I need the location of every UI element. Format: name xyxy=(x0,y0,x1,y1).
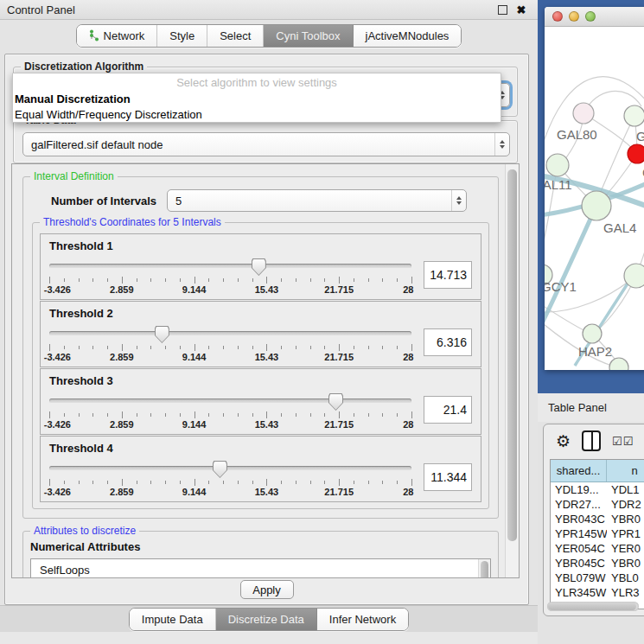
horizontal-scrollbar[interactable] xyxy=(547,602,639,611)
list-scrollbar[interactable] xyxy=(478,559,490,578)
tab-label: Style xyxy=(169,29,194,42)
network-node[interactable] xyxy=(609,358,628,370)
slider-thumb[interactable] xyxy=(213,461,227,478)
slider-thumb[interactable] xyxy=(155,326,169,343)
threshold-slider[interactable]: -3.4262.8599.14415.4321.71528 xyxy=(49,327,411,365)
slider-tick xyxy=(165,481,166,484)
horizontal-scrollbar-thumb[interactable] xyxy=(548,603,636,610)
slider-tick xyxy=(238,481,239,484)
table-column-header[interactable]: shared... xyxy=(551,460,607,481)
threshold-slider[interactable]: -3.4262.8599.14415.4321.71528 xyxy=(49,394,411,432)
slider-tick xyxy=(339,411,340,418)
split-columns-icon[interactable] xyxy=(582,430,601,451)
right-region: GAL80GACGAL11GAL4GCY1HHAP2 Table Panel ⚙… xyxy=(538,0,644,644)
threshold-value-field[interactable] xyxy=(424,261,472,289)
slider-tick-label: 21.715 xyxy=(324,284,354,295)
dropdown-item[interactable]: Manual Discretization xyxy=(13,91,501,106)
network-node[interactable] xyxy=(573,103,594,124)
slider-tick xyxy=(310,278,311,282)
network-node-label: GAL11 xyxy=(545,177,572,192)
slider-tick-label: 21.715 xyxy=(324,419,354,430)
network-edge[interactable] xyxy=(545,206,596,325)
apply-button[interactable]: Apply xyxy=(240,580,294,599)
table-cell: YPR145W xyxy=(551,526,607,541)
threshold-label: Threshold 1 xyxy=(49,239,474,252)
gear-icon[interactable]: ⚙ xyxy=(556,433,571,450)
table-row[interactable]: YLR345WYLR3 xyxy=(551,585,644,600)
mac-zoom-button[interactable] xyxy=(585,11,596,22)
slider-thumb[interactable] xyxy=(328,393,343,411)
slider-tick xyxy=(266,479,267,486)
float-icon xyxy=(498,5,507,15)
number-of-intervals-combobox[interactable]: 5 xyxy=(167,189,467,212)
slider-thumb[interactable] xyxy=(252,258,266,276)
vertical-scrollbar[interactable] xyxy=(505,164,519,577)
tab-style[interactable]: Style xyxy=(157,25,207,47)
table-row[interactable]: YDL19...YDL1 xyxy=(551,482,644,497)
slider-tick xyxy=(411,277,412,284)
tab-discretize-data[interactable]: Discretize Data xyxy=(216,609,317,630)
slider-track xyxy=(49,331,411,335)
table-cell: YDL19... xyxy=(551,482,607,497)
network-node[interactable] xyxy=(583,324,602,343)
threshold-label: Threshold 4 xyxy=(49,442,474,455)
mac-minimize-button[interactable] xyxy=(569,11,579,22)
tab-cyni-toolbox[interactable]: Cyni Toolbox xyxy=(264,25,353,47)
group-title: Threshold's Coordinates for 5 Intervals xyxy=(40,216,225,228)
slider-tick xyxy=(208,413,209,417)
slider-tick-label: 9.144 xyxy=(182,419,207,430)
network-canvas[interactable]: GAL80GACGAL11GAL4GCY1HHAP2 xyxy=(545,27,644,370)
close-panel-button[interactable]: ✖ xyxy=(512,3,531,16)
threshold-value-field[interactable] xyxy=(424,396,472,424)
threshold-row: -3.4262.8599.14415.4321.71528 xyxy=(48,462,474,500)
table-row[interactable]: YPR145WYPR1 xyxy=(551,526,644,541)
slider-tick xyxy=(281,346,282,349)
slider-tick xyxy=(238,346,239,349)
table-row[interactable]: YDR27...YDR2 xyxy=(551,497,644,512)
slider-tick xyxy=(354,346,354,349)
algorithm-dropdown-popup: Select algorithm to view settings Manual… xyxy=(12,73,501,123)
tab-infer-network[interactable]: Infer Network xyxy=(317,609,408,630)
slider-tick xyxy=(354,413,354,417)
thresholds-list: Threshold 1-3.4262.8599.14415.4321.71528… xyxy=(38,233,483,502)
tab-select[interactable]: Select xyxy=(207,25,264,47)
network-node[interactable] xyxy=(624,105,644,126)
table-data-combobox[interactable]: galFiltered.sif default node xyxy=(22,132,510,156)
network-node[interactable] xyxy=(546,154,569,176)
network-node[interactable] xyxy=(624,264,644,288)
tab-label: Network xyxy=(104,29,145,42)
network-graph[interactable]: GAL80GACGAL11GAL4GCY1HHAP2 xyxy=(545,27,644,370)
number-of-intervals-value: 5 xyxy=(168,194,451,207)
top-tab-control: NetworkStyleSelectCyni ToolboxjActiveMNo… xyxy=(76,24,462,48)
table-row[interactable]: YBR043CYBR0 xyxy=(551,512,644,526)
checkbox-icons[interactable]: ☑☑ xyxy=(612,436,634,447)
table-cell: YBR0 xyxy=(607,556,644,571)
table-row[interactable]: YER054CYER0 xyxy=(551,541,644,556)
bottom-tabbar: Impute DataDiscretize DataInfer Network xyxy=(0,605,538,632)
node-table[interactable]: shared...n YDL19...YDL1YDR27...YDR2YBR04… xyxy=(550,459,644,609)
threshold-slider[interactable]: -3.4262.8599.14415.4321.71528 xyxy=(49,259,411,297)
slider-tick-label: 2.859 xyxy=(110,284,134,295)
float-window-button[interactable] xyxy=(493,3,512,16)
vertical-scrollbar-thumb[interactable] xyxy=(507,169,517,541)
slider-tick xyxy=(382,278,383,282)
slider-tick-label: 2.859 xyxy=(110,419,134,430)
numerical-attributes-list[interactable]: SelfLoopsTopologicalCoefficientBetweenne… xyxy=(30,558,491,578)
dropdown-item[interactable]: Equal Width/Frequency Discretization xyxy=(13,106,501,122)
tab-network[interactable]: Network xyxy=(77,25,158,47)
network-node[interactable] xyxy=(628,144,644,163)
attribute-item[interactable]: SelfLoops xyxy=(31,562,490,578)
threshold-value-field[interactable] xyxy=(424,328,472,356)
table-row[interactable]: YBL079WYBL0 xyxy=(551,571,644,585)
table-column-header[interactable]: n xyxy=(607,460,644,481)
network-node[interactable] xyxy=(582,191,611,220)
table-row[interactable]: YBR045CYBR0 xyxy=(551,556,644,571)
slider-tick xyxy=(238,278,239,282)
threshold-slider[interactable]: -3.4262.8599.14415.4321.71528 xyxy=(49,462,411,500)
mac-close-button[interactable] xyxy=(552,11,563,22)
tab-jactivemnodules[interactable]: jActiveMNodules xyxy=(354,25,462,47)
threshold-value-field[interactable] xyxy=(424,463,472,491)
slider-tick xyxy=(137,346,137,349)
list-scrollbar-thumb[interactable] xyxy=(481,561,488,578)
tab-impute-data[interactable]: Impute Data xyxy=(130,609,216,630)
